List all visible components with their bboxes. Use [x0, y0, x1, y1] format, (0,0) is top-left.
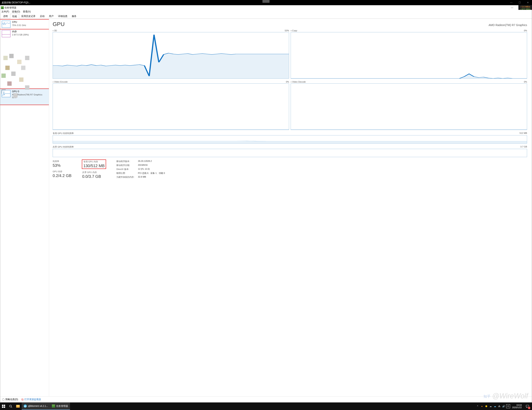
stat-dedicated-value: 130/512 MB: [83, 164, 105, 168]
tab-startup[interactable]: 启动: [38, 14, 47, 19]
menu-view[interactable]: 查看(V): [23, 10, 31, 14]
stat-shared-value: 0.0/3.7 GB: [82, 174, 106, 179]
sidebar-item-memory[interactable]: 内存 2.9/7.5 GB (39%): [0, 29, 49, 38]
tray-icon-3[interactable]: ☁: [489, 404, 492, 408]
stat-util-label: 利用率: [53, 160, 72, 163]
tab-performance[interactable]: 性能: [10, 14, 19, 19]
notification-badge: 2: [528, 407, 531, 409]
chart-encode-canvas[interactable]: [53, 83, 289, 130]
remote-title: 桌面控制 DESKTOP-FQ3...: [1, 1, 30, 4]
chart-decode-pct: 0%: [524, 81, 527, 83]
tab-details[interactable]: 详细信息: [56, 14, 70, 19]
clock-date: 2020/1/22: [512, 406, 522, 409]
gpu-thumbnail: [2, 90, 10, 97]
menu-file[interactable]: 文件(F): [1, 10, 9, 14]
search-button[interactable]: [7, 402, 14, 410]
tab-services[interactable]: 服务: [70, 14, 79, 19]
start-button[interactable]: [0, 402, 7, 410]
svg-line-12: [11, 407, 12, 408]
gpu-info-pairs: 驱动程序版本:26.20.12028.2驱动程序日期:2019/8/16Dire…: [116, 160, 165, 179]
info-value: 2019/8/16: [138, 164, 165, 167]
svg-marker-2: [291, 74, 527, 78]
stat-gpumem-value: 0.2/4.2 GB: [53, 173, 72, 178]
chart-copy-canvas[interactable]: [291, 32, 527, 79]
cpu-title: CPU: [12, 21, 26, 24]
dedicated-mem-max: 512 MB: [520, 132, 527, 135]
collapse-icon: [2, 398, 5, 401]
chart-3d-canvas[interactable]: [53, 32, 289, 79]
svg-rect-8: [4, 405, 5, 406]
tm-footer: 简略信息(D) 打开资源监视器: [0, 396, 532, 402]
stat-dedicated-label: 专用 GPU 内存: [83, 160, 105, 163]
info-value: 12 (FL 12.0): [138, 168, 165, 171]
chart-dedicated-mem-canvas[interactable]: [53, 135, 527, 143]
sidebar-item-cpu[interactable]: CPU 75% 3.51 GHz: [0, 19, 49, 29]
download-speed: ↓ 677 KB/s: [520, 8, 531, 10]
svg-rect-7: [2, 405, 3, 406]
tm-titlebar: 任务管理器 — ☐ ✕: [0, 5, 532, 10]
tray-icon-2[interactable]: ⬢: [484, 404, 488, 408]
cpu-sub: 75% 3.51 GHz: [12, 24, 26, 27]
tray-icon-4[interactable]: ☁: [493, 404, 497, 408]
info-value: 32.8 MB: [138, 176, 165, 179]
info-value: PCI 总线 0、设备 1、功能 0: [138, 172, 165, 175]
tab-app-history[interactable]: 应用历史记录: [19, 14, 38, 19]
detail-title: GPU: [53, 21, 65, 28]
info-key: 驱动程序版本:: [116, 160, 134, 163]
svg-rect-10: [4, 406, 5, 408]
remote-dropdown-handle[interactable]: [262, 0, 270, 3]
fewer-details-button[interactable]: 简略信息(D): [2, 398, 18, 401]
clock-time: 19:03: [512, 404, 522, 406]
gpu-stats: 利用率 53% GPU 内存 0.2/4.2 GB 专用 GPU 内存 130/…: [53, 160, 527, 179]
tm-tabs: 进程 性能 应用历史记录 启动 用户 详细信息 服务: [0, 14, 532, 19]
chart-decode-canvas[interactable]: [291, 83, 527, 130]
stat-util-value: 53%: [53, 163, 72, 168]
task-manager-window: 任务管理器 — ☐ ✕ 文件(F) 选项(O) 查看(V) 进程 性能 应用历史…: [0, 5, 532, 402]
taskbar-clock[interactable]: 19:03 2020/1/22: [511, 404, 523, 409]
shared-mem-label: 共享 GPU 内存利用率: [53, 145, 74, 149]
explorer-button[interactable]: [14, 402, 22, 410]
chart-3d-dropdown[interactable]: 3D: [53, 29, 57, 32]
chart-encode-dropdown[interactable]: Video Encode: [53, 81, 68, 83]
remote-close-button[interactable]: ✕: [524, 0, 532, 5]
tray-ime-icon[interactable]: 中: [506, 404, 510, 408]
info-key: 驱动程序日期:: [116, 164, 134, 167]
svg-point-11: [10, 405, 11, 407]
memory-thumbnail: [2, 30, 10, 37]
windows-taskbar: qb qBittorrent v4.2.1... 任务管理器 ^ ● ⬢ ☁ ☁…: [0, 402, 532, 410]
tray-icon-1[interactable]: ●: [480, 404, 484, 408]
svg-marker-5: [53, 141, 527, 143]
chart-encode-pct: 0%: [286, 81, 289, 83]
tm-title-text: 任务管理器: [5, 6, 16, 9]
detail-device-name: AMD Radeon(TM) R7 Graphics: [489, 23, 527, 27]
chart-shared-mem-canvas[interactable]: [53, 149, 527, 157]
tray-volume-icon[interactable]: 🔊: [502, 404, 505, 408]
remote-maximize-button[interactable]: ☐: [515, 0, 524, 5]
memory-title: 内存: [12, 30, 29, 33]
chart-video-decode: Video Decode0%: [291, 80, 527, 130]
remote-minimize-button[interactable]: —: [507, 0, 515, 5]
action-center-button[interactable]: 2: [524, 402, 531, 410]
info-value: 26.20.12028.2: [138, 160, 165, 163]
monitor-icon: [21, 398, 24, 401]
chart-3d-pct: 53%: [285, 29, 289, 32]
tray-network-icon[interactable]: 🖧: [497, 404, 501, 408]
tab-processes[interactable]: 进程: [1, 14, 10, 19]
taskbar-app-qb-label: qBittorrent v4.2.1...: [28, 405, 48, 407]
tm-minimize-button[interactable]: —: [508, 5, 516, 10]
gpu-detail-panel: GPU AMD Radeon(TM) R7 Graphics 3D53% Cop…: [49, 19, 532, 396]
taskbar-app-qbittorrent[interactable]: qb qBittorrent v4.2.1...: [22, 402, 50, 410]
taskbar-app-taskmanager[interactable]: 任务管理器: [50, 402, 70, 410]
dedicated-mem-label: 专用 GPU 内存利用率: [53, 132, 74, 135]
upload-speed: ↑ 5.6 MB/s: [520, 6, 531, 8]
stat-shared-label: 共享 GPU 内存: [82, 171, 106, 174]
tm-icon: [1, 6, 4, 9]
chart-copy-dropdown[interactable]: Copy: [291, 29, 297, 32]
open-resource-monitor-link[interactable]: 打开资源监视器: [21, 398, 41, 401]
chart-decode-dropdown[interactable]: Video Decode: [291, 81, 306, 83]
svg-rect-9: [2, 406, 3, 408]
tab-users[interactable]: 用户: [47, 14, 56, 19]
info-key: 物理位置:: [116, 172, 134, 175]
menu-options[interactable]: 选项(O): [12, 10, 20, 14]
tray-overflow-icon[interactable]: ^: [476, 404, 479, 408]
